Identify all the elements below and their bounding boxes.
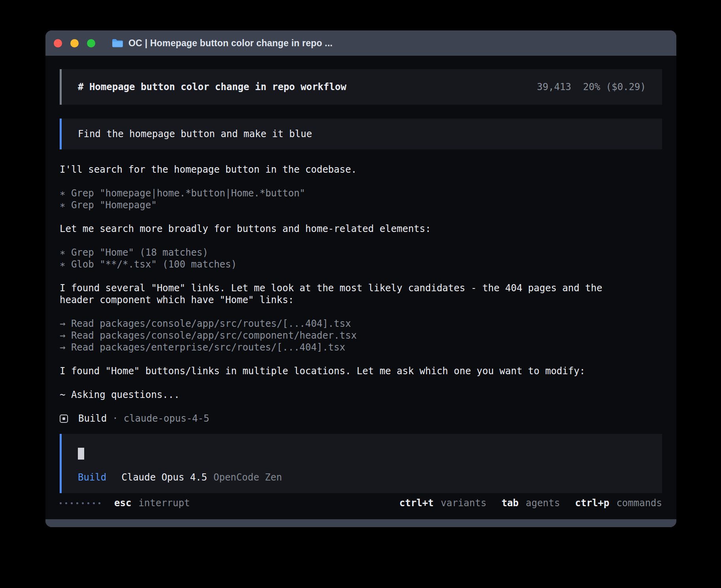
agents-key: tab	[502, 497, 519, 509]
text-cursor	[78, 448, 84, 460]
close-button[interactable]	[54, 39, 62, 47]
agent-icon	[60, 415, 68, 423]
terminal-window: OC | Homepage button color change in rep…	[45, 30, 676, 527]
tool-call-group: → Read packages/console/app/src/routes/[…	[60, 318, 639, 353]
esc-key: esc	[114, 497, 131, 509]
hint-agents: tab agents	[502, 497, 560, 509]
statusbar: esc interrupt ctrl+t variants tab agents…	[60, 497, 662, 509]
file-read-line: → Read packages/enterprise/src/routes/[.…	[60, 341, 639, 353]
variants-label: variants	[441, 497, 487, 509]
spinner-dot	[65, 502, 67, 504]
context-cost: 20% ($0.29)	[583, 81, 646, 93]
assistant-paragraph: I found several "Home" links. Let me loo…	[60, 282, 639, 306]
agent-separator: ·	[112, 413, 118, 424]
assistant-paragraph: I found "Home" buttons/links in multiple…	[60, 365, 639, 377]
input-footer: Build Claude Opus 4.5 OpenCode Zen	[78, 471, 646, 483]
agent-status: Build · claude-opus-4-5	[60, 413, 662, 424]
terminal-content: # Homepage button color change in repo w…	[45, 56, 676, 519]
spinner-dot	[60, 502, 62, 504]
folder-icon	[111, 38, 123, 48]
spinner-dot	[93, 502, 95, 504]
zoom-button[interactable]	[87, 39, 95, 47]
hint-variants: ctrl+t variants	[399, 497, 486, 509]
minimize-button[interactable]	[70, 39, 79, 47]
tool-call-line: ∗ Glob "**/*.tsx" (100 matches)	[60, 258, 639, 270]
user-message: Find the homepage button and make it blu…	[60, 119, 662, 149]
spinner-dot	[82, 502, 84, 504]
file-read-line: → Read packages/console/app/src/componen…	[60, 330, 639, 341]
window-bottom-edge	[45, 519, 676, 527]
commands-key: ctrl+p	[575, 497, 610, 509]
tool-call-line: ∗ Grep "Homepage"	[60, 199, 639, 211]
model-indicator[interactable]: Claude Opus 4.5	[121, 471, 207, 483]
assistant-paragraph: I'll search for the homepage button in t…	[60, 164, 639, 175]
spinner-dot	[98, 502, 100, 504]
spinner-dot	[87, 502, 89, 504]
transcript: I'll search for the homepage button in t…	[60, 164, 639, 413]
tool-call-line: ∗ Grep "homepage|home.*button|Home.*butt…	[60, 187, 639, 199]
spinner-icon	[60, 502, 100, 504]
mode-indicator[interactable]: Build	[78, 471, 106, 483]
file-read-line: → Read packages/console/app/src/routes/[…	[60, 318, 639, 330]
tool-call-group: ∗ Grep "homepage|home.*button|Home.*butt…	[60, 187, 639, 211]
token-count: 39,413	[537, 81, 571, 93]
tool-call-group: ∗ Grep "Home" (18 matches) ∗ Glob "**/*.…	[60, 247, 639, 270]
session-title: # Homepage button color change in repo w…	[78, 81, 346, 93]
agents-label: agents	[526, 497, 560, 509]
traffic-lights	[54, 39, 95, 47]
hint-commands: ctrl+p commands	[575, 497, 662, 509]
spinner-dot	[71, 502, 73, 504]
session-header: # Homepage button color change in repo w…	[60, 69, 662, 105]
agent-name: Build	[78, 413, 107, 424]
assistant-status-line: ~ Asking questions...	[60, 389, 639, 401]
commands-label: commands	[616, 497, 662, 509]
provider-indicator: OpenCode Zen	[213, 471, 282, 483]
agent-model: claude-opus-4-5	[124, 413, 210, 424]
statusbar-left: esc interrupt	[60, 497, 190, 509]
variants-key: ctrl+t	[399, 497, 434, 509]
spinner-dot	[76, 502, 78, 504]
hint-interrupt: esc interrupt	[114, 497, 190, 509]
title-group: OC | Homepage button color change in rep…	[111, 38, 332, 49]
assistant-paragraph: Let me search more broadly for buttons a…	[60, 223, 639, 235]
statusbar-right: ctrl+t variants tab agents ctrl+p comman…	[399, 497, 662, 509]
window-title: OC | Homepage button color change in rep…	[128, 38, 332, 49]
titlebar: OC | Homepage button color change in rep…	[45, 30, 676, 56]
prompt-input[interactable]: Build Claude Opus 4.5 OpenCode Zen	[60, 434, 662, 493]
user-message-text: Find the homepage button and make it blu…	[78, 128, 312, 139]
tool-call-line: ∗ Grep "Home" (18 matches)	[60, 247, 639, 258]
esc-label: interrupt	[138, 497, 190, 509]
session-stats: 39,413 20% ($0.29)	[537, 81, 646, 93]
